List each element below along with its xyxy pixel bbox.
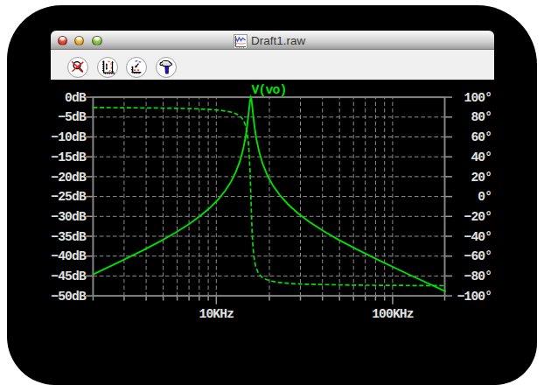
svg-text:0dB: 0dB	[65, 91, 87, 105]
svg-text:−80°: −80°	[464, 270, 492, 284]
svg-text:−25dB: −25dB	[51, 190, 87, 204]
svg-text:−100°: −100°	[457, 290, 492, 304]
svg-text:−5dB: −5dB	[58, 110, 87, 124]
svg-text:10KHz: 10KHz	[199, 307, 234, 321]
svg-text:80°: 80°	[471, 110, 492, 124]
svg-text:V(vo): V(vo)	[252, 83, 287, 97]
svg-text:−30dB: −30dB	[51, 210, 87, 224]
svg-text:100KHz: 100KHz	[372, 307, 414, 321]
svg-text:−40dB: −40dB	[51, 249, 87, 263]
svg-text:−20°: −20°	[464, 210, 492, 224]
svg-text:−35dB: −35dB	[51, 230, 87, 244]
svg-text:100°: 100°	[464, 91, 492, 105]
svg-text:−15dB: −15dB	[51, 150, 87, 164]
svg-text:−10dB: −10dB	[51, 130, 87, 144]
svg-text:40°: 40°	[471, 150, 492, 164]
svg-text:−45dB: −45dB	[51, 270, 87, 284]
svg-text:60°: 60°	[471, 130, 492, 144]
svg-text:−50dB: −50dB	[51, 290, 87, 304]
svg-text:−20dB: −20dB	[51, 171, 87, 185]
svg-text:0°: 0°	[478, 190, 492, 204]
svg-text:−40°: −40°	[464, 230, 492, 244]
svg-text:−60°: −60°	[464, 249, 492, 263]
svg-text:20°: 20°	[471, 171, 492, 185]
